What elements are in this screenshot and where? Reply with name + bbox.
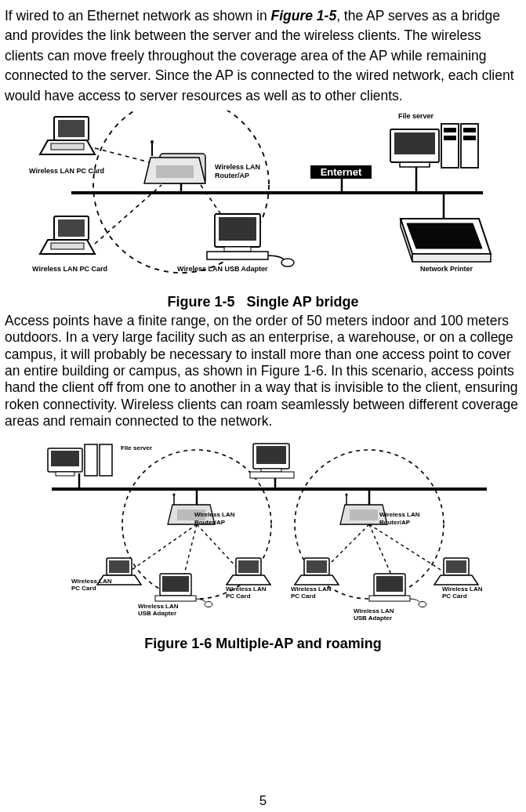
svg-rect-86 [369, 596, 410, 601]
intro-text-before: If wired to an Ethernet network as shown… [5, 8, 270, 24]
desktop-icon [250, 444, 294, 478]
svg-rect-89 [446, 560, 466, 573]
svg-point-36 [281, 259, 294, 266]
svg-rect-20 [394, 132, 435, 154]
figure-1-5-diagram: Enternet Wireless LAN PC Card Wireless L… [5, 111, 521, 292]
wlan-router-label-fig2-l2: Router/AP [194, 519, 226, 526]
figure-1-6-caption: Figure 1-6 Multiple-AP and roaming [5, 636, 521, 652]
pc-card-4a: Wireless LAN [442, 585, 483, 593]
pc-card-l1b: PC Card [71, 585, 96, 592]
svg-rect-55 [51, 451, 79, 466]
pc-card-3a: Wireless LAN [291, 585, 332, 593]
file-server-label: File server [398, 112, 434, 120]
laptop-icon [227, 558, 270, 585]
svg-rect-18 [156, 165, 194, 178]
svg-rect-29 [58, 219, 85, 237]
svg-rect-60 [256, 446, 286, 464]
svg-point-77 [205, 602, 212, 607]
wlan-router-label-fig2-r1: Wireless LAN [379, 511, 420, 518]
laptop-icon [434, 558, 478, 585]
svg-rect-61 [261, 469, 281, 472]
figure-1-5-caption: Figure 1-5 Single AP bridge [5, 294, 521, 310]
svg-rect-33 [219, 217, 256, 241]
file-server-icon [48, 444, 112, 476]
file-server-label-fig2: File server [121, 444, 152, 451]
svg-rect-35 [207, 252, 268, 259]
svg-rect-13 [51, 143, 84, 150]
intro-paragraph: If wired to an Ethernet network as shown… [5, 6, 521, 106]
wlan-router-label-2: Router/AP [215, 172, 249, 179]
wlan-usb-adapter-label: Wireless LAN USB Adapter [177, 265, 268, 273]
svg-marker-90 [434, 575, 478, 585]
svg-rect-70 [350, 509, 378, 520]
svg-rect-21 [400, 162, 430, 167]
svg-marker-40 [412, 254, 491, 262]
router-ap-icon [144, 140, 205, 183]
svg-point-17 [151, 140, 154, 143]
wlan-pc-card-label-2: Wireless LAN PC Card [32, 265, 107, 273]
svg-rect-34 [224, 247, 251, 252]
svg-rect-79 [238, 560, 259, 573]
svg-marker-80 [227, 575, 270, 585]
svg-point-69 [345, 494, 347, 496]
usb-adapter-icon [207, 214, 294, 266]
wlan-router-label-fig2-l1: Wireless LAN [194, 511, 235, 518]
enternet-label: Enternet [321, 166, 362, 178]
svg-line-53 [369, 524, 455, 579]
svg-rect-58 [100, 444, 112, 476]
svg-marker-83 [295, 575, 339, 585]
svg-rect-24 [444, 136, 456, 140]
pc-card-3b: PC Card [291, 593, 316, 600]
figure-reference: Figure 1-5 [270, 8, 336, 24]
file-server-icon [390, 124, 478, 168]
svg-rect-76 [155, 596, 196, 601]
figure-1-6-diagram: File server Wireless LAN Router/AP Wirel… [5, 434, 521, 634]
svg-rect-27 [463, 136, 476, 140]
pc-card-4b: PC Card [442, 593, 467, 600]
pc-card-2a: Wireless LAN [226, 585, 267, 593]
wlan-pc-card-label: Wireless LAN PC Card [29, 167, 104, 175]
svg-rect-26 [463, 128, 476, 132]
usb-lab-l1: Wireless LAN [138, 603, 179, 610]
svg-rect-72 [109, 560, 129, 573]
network-printer-icon [401, 219, 491, 262]
svg-rect-75 [162, 576, 189, 592]
svg-point-87 [419, 602, 426, 607]
wlan-router-label-1: Wireless LAN [215, 163, 260, 171]
svg-rect-62 [250, 472, 294, 478]
page-number: 5 [0, 793, 526, 809]
svg-rect-23 [444, 128, 456, 132]
pc-card-l1a: Wireless LAN [71, 578, 112, 585]
middle-paragraph: Access points have a finite range, on th… [5, 313, 521, 430]
usb-adapter-icon [369, 574, 426, 607]
svg-rect-57 [85, 444, 97, 476]
svg-rect-85 [376, 576, 403, 592]
svg-rect-31 [51, 243, 84, 249]
usb-r2: USB Adapter [354, 614, 392, 622]
svg-rect-82 [307, 560, 327, 573]
svg-point-65 [172, 494, 175, 496]
wlan-router-label-fig2-r2: Router/AP [379, 519, 411, 526]
svg-rect-11 [58, 120, 85, 137]
pc-card-2b: PC Card [226, 593, 251, 600]
laptop-icon [40, 117, 95, 154]
laptop-icon [40, 216, 95, 254]
svg-rect-56 [56, 472, 74, 476]
svg-marker-38 [407, 223, 482, 248]
usb-lab-l2: USB Adapter [138, 610, 176, 617]
usb-r1: Wireless LAN [354, 607, 394, 614]
network-printer-label: Network Printer [420, 265, 473, 273]
